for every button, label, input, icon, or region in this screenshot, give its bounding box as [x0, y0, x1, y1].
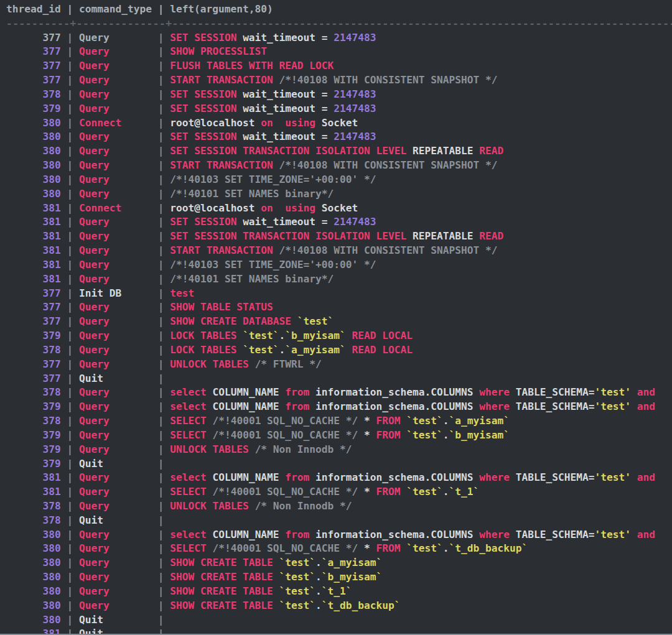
column-separator: |: [152, 458, 170, 470]
column-separator: |: [61, 159, 79, 171]
argument-token: SHOW CREATE DATABASE: [170, 315, 297, 327]
argument-token: Socket: [315, 117, 358, 129]
column-separator: |: [152, 571, 170, 583]
argument-token: `a_myisam`: [322, 557, 382, 568]
log-row: 377 | Query | SET SESSION wait_timeout =…: [6, 31, 672, 45]
command-cell: Query: [79, 429, 152, 441]
argument-token: wait_timeout =: [243, 103, 334, 114]
column-separator: |: [152, 159, 170, 171]
thread-id-cell: 381: [6, 486, 61, 498]
argument-token: /*!40108 WITH CONSISTENT SNAPSHOT */: [279, 244, 498, 256]
log-row: 379 | Query | select COLUMN_NAME from in…: [6, 400, 672, 414]
thread-id-cell: 380: [6, 159, 61, 171]
thread-id-cell: 377: [6, 45, 61, 57]
argument-token: and: [637, 401, 655, 412]
argument-token: `t_1`: [322, 585, 352, 597]
argument-token: /*!40103 SET TIME_ZONE='+00:00' */: [170, 174, 376, 185]
column-separator: |: [61, 174, 79, 185]
argument-token: COLUMN_NAME: [212, 471, 285, 483]
column-separator: |: [61, 88, 79, 100]
argument-token: [631, 386, 637, 398]
argument-token: COLUMN_NAME: [212, 529, 285, 540]
log-row: 381 | Query | /*!40103 SET TIME_ZONE='+0…: [6, 258, 672, 272]
column-separator: |: [61, 273, 79, 285]
column-separator: |: [61, 301, 79, 313]
column-separator: |: [61, 614, 79, 626]
thread-id-cell: 381: [6, 273, 61, 285]
thread-id-cell: 378: [6, 514, 61, 526]
argument-token: /*!40001 SQL_NO_CACHE */: [212, 415, 358, 427]
column-separator: |: [152, 542, 170, 554]
column-separator: |: [152, 315, 170, 327]
command-cell: Query: [79, 330, 152, 341]
column-separator: |: [61, 585, 79, 597]
command-cell: Query: [79, 60, 152, 72]
argument-token: `test`: [406, 415, 442, 427]
argument-token: .: [279, 344, 286, 356]
command-cell: Query: [79, 344, 152, 356]
log-row: 379 | Query | UNLOCK TABLES /* Non Innod…: [6, 443, 672, 457]
argument-token: SHOW CREATE TABLE: [170, 557, 279, 568]
column-separator: |: [61, 344, 79, 356]
command-cell: Query: [79, 216, 152, 228]
command-cell: Init DB: [79, 287, 152, 299]
thread-id-cell: 380: [6, 145, 61, 157]
argument-token: 2147483: [334, 32, 376, 44]
column-separator: |: [61, 443, 79, 455]
command-cell: Query: [79, 529, 152, 540]
column-separator: |: [152, 386, 170, 398]
argument-token: *: [358, 486, 376, 498]
argument-token: `b_myisam`: [322, 571, 382, 583]
log-row: 379 | Quit |: [6, 457, 672, 471]
thread-id-cell: 377: [6, 287, 61, 299]
argument-token: SET SESSION: [170, 32, 243, 44]
command-cell: Connect: [79, 202, 152, 214]
column-separator: |: [152, 145, 170, 157]
log-row: 380 | Query | SET SESSION TRANSACTION IS…: [6, 144, 672, 159]
argument-token: SET SESSION: [170, 131, 243, 142]
command-cell: Query: [79, 159, 152, 171]
thread-id-cell: 379: [6, 330, 61, 341]
command-cell: Query: [79, 415, 152, 427]
column-separator: |: [61, 74, 79, 86]
argument-token: 'test': [594, 401, 630, 412]
argument-token: TABLE_SCHEMA=: [516, 386, 595, 398]
argument-token: 'test': [594, 529, 630, 540]
log-row: 380 | Query | /*!40101 SET NAMES binary*…: [6, 187, 672, 202]
column-separator: |: [152, 174, 170, 185]
command-cell: Query: [79, 74, 152, 86]
column-separator: |: [61, 557, 79, 568]
command-cell: Query: [79, 230, 152, 242]
argument-token: FROM: [376, 415, 407, 427]
argument-token: /* FTWRL */: [255, 358, 322, 370]
column-separator: |: [61, 117, 79, 129]
thread-id-cell: 380: [6, 131, 61, 142]
thread-id-cell: 377: [6, 60, 61, 72]
command-cell: Query: [79, 188, 152, 200]
argument-token: .: [315, 600, 322, 611]
argument-token: COLUMN_NAME: [212, 386, 285, 398]
thread-id-cell: 380: [6, 585, 61, 597]
argument-token: /* Non Innodb */: [255, 500, 352, 512]
argument-token: wait_timeout =: [243, 131, 334, 142]
argument-token: [631, 401, 637, 412]
argument-token: UNLOCK TABLES: [170, 500, 254, 512]
argument-token: SET SESSION TRANSACTION ISOLATION LEVEL: [170, 230, 413, 242]
argument-token: READ: [479, 230, 503, 242]
column-separator: |: [152, 500, 170, 512]
column-separator: |: [61, 415, 79, 427]
thread-id-cell: 377: [6, 32, 61, 44]
argument-token: .: [443, 415, 449, 427]
table-header: thread_id | command_type | left(argument…: [6, 2, 672, 17]
argument-token: using: [285, 202, 315, 214]
argument-token: TABLE_SCHEMA=: [516, 529, 595, 540]
thread-id-cell: 380: [6, 557, 61, 568]
argument-token: START TRANSACTION: [170, 74, 279, 86]
log-row: 380 | Connect | root@localhost on using …: [6, 116, 672, 131]
command-cell: Quit: [79, 614, 152, 626]
column-separator: |: [61, 315, 79, 327]
thread-id-cell: 378: [6, 500, 61, 512]
terminal-window[interactable]: thread_id | command_type | left(argument…: [0, 0, 672, 635]
command-cell: Query: [79, 145, 152, 157]
log-row: 380 | Query | SELECT /*!40001 SQL_NO_CAC…: [6, 542, 672, 556]
